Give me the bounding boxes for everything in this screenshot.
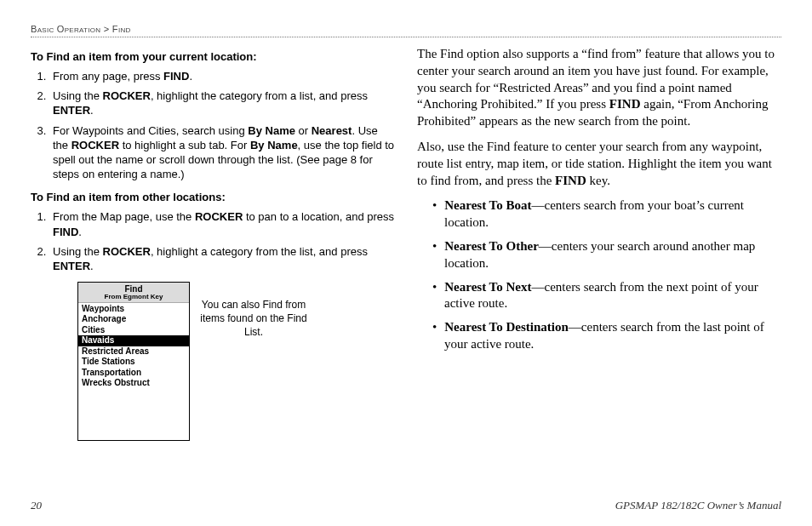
step: From any page, press FIND. [49,69,395,83]
breadcrumb-section: Basic Operation [31,24,100,34]
page-number: 20 [31,499,42,512]
find-list-item: Waypoints [78,304,189,315]
manual-page: Basic Operation > Find To Find an item f… [0,0,812,526]
steps-find-current: From any page, press FIND. Using the ROC… [49,69,395,181]
heading-find-other: To Find an item from other locations: [31,190,395,204]
nearest-option: Nearest To Other—centers your search aro… [417,238,781,272]
page-footer: 20 GPSMAP 182/182C Owner’s Manual [31,499,781,512]
divider [31,37,781,37]
nearest-option: Nearest To Boat—centers search from your… [417,197,781,232]
breadcrumb-sub: Find [112,24,131,34]
find-window-subtitle: From Egmont Key [78,294,189,302]
nearest-options-list: Nearest To Boat—centers search from your… [417,197,781,352]
paragraph: The Find option also supports a “find fr… [417,46,781,130]
heading-find-current: To Find an item from your current locati… [31,49,395,64]
find-window-title: Find From Egmont Key [78,283,189,303]
find-list-item: Wrecks Obstruct [78,378,189,389]
find-figure: Find From Egmont Key WaypointsAnchorageC… [77,282,395,441]
column-right: The Find option also supports a “find fr… [417,46,781,441]
find-list-item: Transportation [78,368,189,379]
step: Using the ROCKER, highlight the category… [49,89,395,117]
column-left: To Find an item from your current locati… [31,46,395,441]
find-list-item: Restricted Areas [78,346,189,357]
step: For Waypoints and Cities, search using B… [49,123,395,182]
find-figure-caption: You can also Find from items found on th… [198,299,309,339]
find-list-item: Navaids [78,335,189,346]
step: Using the ROCKER, highlight a category f… [49,244,395,273]
find-window-list: WaypointsAnchorageCitiesNavaidsRestricte… [78,303,189,440]
steps-find-other: From the Map page, use the ROCKER to pan… [49,209,395,273]
nearest-option: Nearest To Next—centers search from the … [417,279,781,313]
find-window: Find From Egmont Key WaypointsAnchorageC… [77,282,190,441]
content-columns: To Find an item from your current locati… [31,46,781,441]
find-list-item: Anchorage [78,314,189,325]
book-title: GPSMAP 182/182C Owner’s Manual [615,499,781,512]
breadcrumb: Basic Operation > Find [31,24,781,34]
find-list-item: Cities [78,325,189,336]
step: From the Map page, use the ROCKER to pan… [49,209,395,238]
paragraph: Also, use the Find feature to center you… [417,139,781,189]
find-list-item: Tide Stations [78,357,189,368]
nearest-option: Nearest To Destination—centers search fr… [417,319,781,353]
